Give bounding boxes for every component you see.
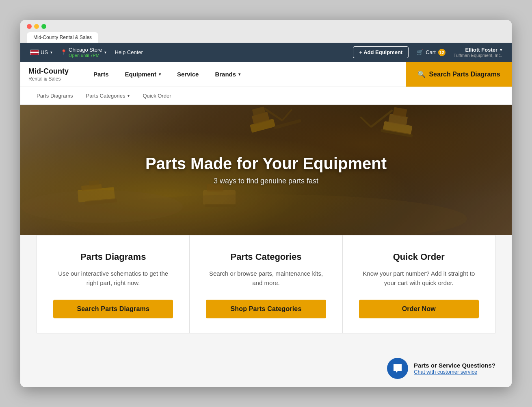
parts-categories-card: Parts Categories Search or browse parts,… xyxy=(189,235,342,334)
logo-area[interactable]: Mid-County Rental & Sales xyxy=(20,62,77,87)
logo-line2: Rental & Sales xyxy=(28,76,69,82)
parts-diagrams-card-desc: Use our interactive schematics to get th… xyxy=(53,269,173,288)
shop-parts-categories-card-button[interactable]: Shop Parts Categories xyxy=(206,300,326,318)
brands-chevron-icon: ▾ xyxy=(238,72,240,76)
search-parts-label: Search Parts Diagrams xyxy=(429,71,500,78)
parts-categories-card-desc: Search or browse parts, maintenance kits… xyxy=(206,269,326,288)
nav-item-brands[interactable]: Brands ▾ xyxy=(207,62,249,87)
main-nav: Mid-County Rental & Sales Parts Equipmen… xyxy=(20,62,512,87)
parts-categories-chevron-icon: ▾ xyxy=(128,94,130,98)
top-bar: US ▾ 📍 Chicago Store Open until 7PM ▾ He… xyxy=(20,43,512,62)
store-info: Chicago Store Open until 7PM xyxy=(69,47,102,58)
logo-line1: Mid-County xyxy=(28,67,69,76)
sub-nav: Parts Diagrams Parts Categories ▾ Quick … xyxy=(20,87,512,105)
quick-order-card-desc: Know your part number? Add it straight t… xyxy=(359,269,479,288)
browser-chrome: Mid-County Rental & Sales xyxy=(20,20,512,43)
hero-content: Parts Made for Your Equipment 3 ways to … xyxy=(20,105,512,235)
search-parts-diagrams-card-button[interactable]: Search Parts Diagrams xyxy=(53,300,173,318)
store-chevron-icon: ▾ xyxy=(104,50,106,54)
chat-main-text: Parts or Service Questions? xyxy=(414,362,495,369)
minimize-dot[interactable] xyxy=(34,24,39,29)
nav-item-parts[interactable]: Parts xyxy=(85,62,117,87)
cards-section: Parts Diagrams Use our interactive schem… xyxy=(20,235,512,350)
chat-widget: Parts or Service Questions? Chat with cu… xyxy=(20,350,512,387)
browser-tabs: Mid-County Rental & Sales xyxy=(27,32,505,43)
top-bar-right: + Add Equipment 🛒 Cart 12 Elliott Foster… xyxy=(353,46,502,58)
close-dot[interactable] xyxy=(27,24,32,29)
us-flag-icon xyxy=(30,50,39,55)
cart-label: Cart xyxy=(426,49,436,55)
chat-link[interactable]: Chat with customer service xyxy=(414,369,495,375)
chat-text-area: Parts or Service Questions? Chat with cu… xyxy=(414,362,495,375)
search-parts-diagrams-button[interactable]: 🔍 Search Parts Diagrams xyxy=(406,62,512,87)
parts-categories-card-title: Parts Categories xyxy=(231,252,302,262)
search-icon: 🔍 xyxy=(417,70,426,78)
chat-open-button[interactable] xyxy=(387,358,408,379)
browser-tab[interactable]: Mid-County Rental & Sales xyxy=(27,32,98,43)
browser-dots xyxy=(27,24,505,29)
location-icon: 📍 xyxy=(61,49,67,55)
chat-bubble-icon xyxy=(392,363,403,374)
help-center-link[interactable]: Help Center xyxy=(115,49,143,55)
nav-links: Parts Equipment ▾ Service Brands ▾ xyxy=(77,62,406,87)
logo: Mid-County Rental & Sales xyxy=(28,67,69,82)
nav-item-service[interactable]: Service xyxy=(169,62,207,87)
hero-subtitle: 3 ways to find genuine parts fast xyxy=(214,177,318,185)
quick-order-card-title: Quick Order xyxy=(393,252,445,262)
flag-selector[interactable]: US ▾ xyxy=(30,49,52,55)
order-now-card-button[interactable]: Order Now xyxy=(359,300,479,318)
cart-badge: 12 xyxy=(438,49,445,56)
cart-button[interactable]: 🛒 Cart 12 xyxy=(417,49,445,56)
user-menu[interactable]: Elliott Foster ▾ Tuffman Equipment, Inc. xyxy=(454,47,502,58)
parts-diagrams-card: Parts Diagrams Use our interactive schem… xyxy=(37,235,189,334)
user-chevron-icon: ▾ xyxy=(500,48,502,52)
flag-label: US xyxy=(41,49,48,55)
add-equipment-button[interactable]: + Add Equipment xyxy=(353,46,409,58)
flag-chevron-icon: ▾ xyxy=(50,50,52,54)
parts-diagrams-card-title: Parts Diagrams xyxy=(80,252,146,262)
subnav-quick-order[interactable]: Quick Order xyxy=(136,87,177,104)
store-hours: Open until 7PM xyxy=(69,53,102,58)
store-name: Chicago Store xyxy=(69,47,102,53)
hero-section: Parts Made for Your Equipment 3 ways to … xyxy=(20,105,512,235)
nav-item-equipment[interactable]: Equipment ▾ xyxy=(117,62,169,87)
equipment-chevron-icon: ▾ xyxy=(159,72,161,76)
subnav-parts-categories[interactable]: Parts Categories ▾ xyxy=(80,87,136,104)
quick-order-card: Quick Order Know your part number? Add i… xyxy=(342,235,495,334)
user-company: Tuffman Equipment, Inc. xyxy=(454,53,502,58)
hero-title: Parts Made for Your Equipment xyxy=(145,155,387,173)
browser-window: Mid-County Rental & Sales US ▾ 📍 Chicago… xyxy=(20,20,512,387)
top-bar-left: US ▾ 📍 Chicago Store Open until 7PM ▾ He… xyxy=(30,47,143,58)
user-name: Elliott Foster ▾ xyxy=(465,47,502,53)
store-selector[interactable]: 📍 Chicago Store Open until 7PM ▾ xyxy=(61,47,106,58)
subnav-parts-diagrams[interactable]: Parts Diagrams xyxy=(30,87,80,104)
cart-icon: 🛒 xyxy=(417,49,423,55)
expand-dot[interactable] xyxy=(41,24,46,29)
